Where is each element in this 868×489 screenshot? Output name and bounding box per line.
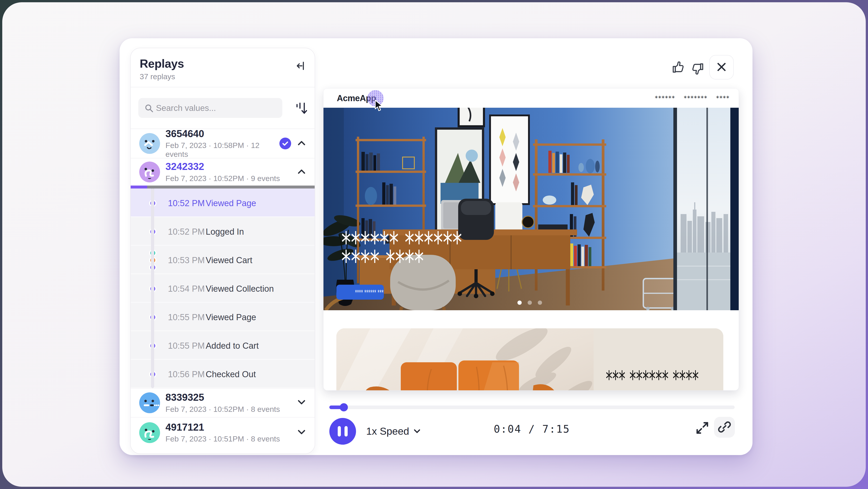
event-label: Added to Cart: [206, 341, 258, 351]
event-time: 10:53 PM: [168, 256, 205, 265]
replayed-nav-item: *******: [684, 95, 708, 102]
hero-office-photo: [323, 108, 739, 310]
pause-icon: [338, 426, 341, 436]
event-label: Logged In: [206, 227, 244, 237]
session-id: 3654640: [165, 128, 279, 139]
session-meta: Feb 7, 2023 · 10:52PM · 8 events: [165, 405, 297, 414]
event-timeline: 10:52 PM Viewed Page 10:52 PM Logged In …: [131, 189, 315, 388]
event-label: Viewed Cart: [206, 256, 252, 265]
event-time: 10:52 PM: [168, 227, 205, 237]
sofa-photo: [336, 328, 594, 391]
replayed-content-card: *** ****** ****: [336, 328, 723, 391]
hero-headline-line2: **** ****: [341, 252, 462, 270]
watched-check-badge: [279, 138, 291, 149]
event-label: Checked Out: [206, 370, 256, 379]
event-row[interactable]: 10:54 PM Viewed Collection: [131, 274, 315, 303]
event-row[interactable]: 10:53 PM Viewed Cart: [131, 246, 315, 274]
content-caption: *** ****** ****: [606, 366, 699, 391]
avatar: [139, 162, 160, 182]
replay-modal: Replays 37 replays: [120, 38, 752, 455]
event-row[interactable]: 10:52 PM Logged In: [131, 217, 315, 246]
carousel-dot: [528, 300, 532, 305]
carousel-dot: [538, 300, 542, 305]
session-list: 3654640 Feb 7, 2023 · 10:58PM · 12 event…: [131, 129, 315, 454]
session-id: 4917121: [165, 422, 297, 433]
sort-filter-button[interactable]: [294, 100, 309, 116]
search-row: [131, 87, 315, 129]
thumbs-up-button[interactable]: [671, 60, 686, 75]
sort-descending-icon: [294, 114, 309, 117]
session-row[interactable]: 3654640 Feb 7, 2023 · 10:58PM · 12 event…: [131, 129, 315, 159]
time-display: 0:04 / 7:15: [441, 423, 622, 435]
app-window: Replays 37 replays: [2, 2, 866, 487]
speed-selector[interactable]: 1x Speed: [365, 421, 422, 441]
event-label: Viewed Page: [206, 198, 256, 208]
session-meta: Feb 7, 2023 · 10:51PM · 8 events: [165, 434, 297, 443]
thumbs-down-icon: [690, 74, 706, 77]
search-input[interactable]: [156, 98, 278, 118]
event-time: 10:54 PM: [168, 284, 205, 294]
replay-viewport: AcmeApp ****** ******* ****: [323, 88, 739, 391]
pause-button[interactable]: [329, 418, 356, 444]
collapse-panel-icon: [295, 69, 307, 73]
session-id: 3242332: [165, 161, 297, 172]
chevron-down-icon: [413, 428, 421, 434]
page-title: Replays: [140, 57, 184, 70]
session-load-progress: [131, 185, 315, 189]
window-city-view: [673, 108, 739, 310]
replays-sidebar: Replays 37 replays: [130, 48, 315, 454]
event-row[interactable]: 10:55 PM Viewed Page: [131, 303, 315, 331]
content-caption-panel: *** ****** ****: [594, 328, 723, 391]
carousel-dots: [518, 300, 542, 305]
chevron-down-icon[interactable]: [297, 429, 306, 436]
session-row[interactable]: 8339325 Feb 7, 2023 · 10:52PM · 8 events: [131, 388, 315, 418]
thumbs-up-icon: [671, 72, 686, 76]
event-time: 10:52 PM: [168, 198, 205, 208]
event-row[interactable]: 10:56 PM Checked Out: [131, 359, 315, 388]
event-time: 10:55 PM: [168, 313, 205, 322]
event-row[interactable]: 10:55 PM Added to Cart: [131, 331, 315, 359]
hero-cta-label: **** ****** **********: [355, 288, 384, 296]
chevron-up-icon[interactable]: [297, 168, 306, 176]
close-button[interactable]: [709, 55, 734, 80]
event-time: 10:56 PM: [168, 370, 205, 379]
fullscreen-button[interactable]: [695, 421, 710, 435]
carousel-dot-active: [518, 300, 522, 305]
replayed-hero-section: ****** ****** **** **** **** ****** ****…: [323, 108, 739, 310]
link-icon: [718, 421, 731, 434]
collapse-sidebar-button[interactable]: [295, 60, 307, 72]
event-label: Viewed Page: [206, 313, 256, 322]
replayed-nav-item: ****: [716, 95, 730, 102]
playback-progress-thumb[interactable]: [340, 403, 348, 411]
hero-headline: ****** ****** **** ****: [341, 233, 524, 270]
cursor-icon: [374, 100, 384, 113]
avatar: [139, 422, 160, 443]
copy-link-button[interactable]: [714, 417, 735, 438]
event-row-selected[interactable]: 10:52 PM Viewed Page: [131, 189, 315, 217]
sidebar-header: Replays 37 replays: [131, 48, 315, 87]
replayed-page-navbar: AcmeApp ****** ******* ****: [323, 88, 739, 108]
replayed-nav-item: ******: [655, 95, 675, 102]
expand-icon: [695, 433, 710, 436]
speed-label: 1x Speed: [366, 425, 409, 437]
close-icon: [716, 62, 727, 73]
timeline-line: [151, 189, 154, 388]
avatar: [139, 133, 160, 154]
session-id: 8339325: [165, 392, 297, 403]
hero-cta-button: **** ****** **********: [336, 285, 384, 299]
search-icon: [144, 104, 154, 114]
session-row-selected[interactable]: 3242332 Feb 7, 2023 · 10:52PM · 9 events: [131, 159, 315, 185]
chevron-down-icon[interactable]: [297, 399, 306, 406]
avatar: [139, 392, 160, 413]
session-meta: Feb 7, 2023 · 10:52PM · 9 events: [165, 174, 297, 183]
bar-cart: [643, 279, 677, 310]
session-meta: Feb 7, 2023 · 10:58PM · 12 events: [165, 141, 279, 159]
session-row[interactable]: 4917121 Feb 7, 2023 · 10:51PM · 8 events: [131, 418, 315, 448]
search-box: [138, 98, 282, 118]
chevron-up-icon[interactable]: [297, 140, 306, 147]
event-label: Viewed Collection: [206, 284, 274, 294]
event-time: 10:55 PM: [168, 341, 205, 351]
replay-count: 37 replays: [140, 72, 175, 81]
playback-progress-track[interactable]: [329, 405, 735, 409]
thumbs-down-button[interactable]: [690, 62, 706, 77]
